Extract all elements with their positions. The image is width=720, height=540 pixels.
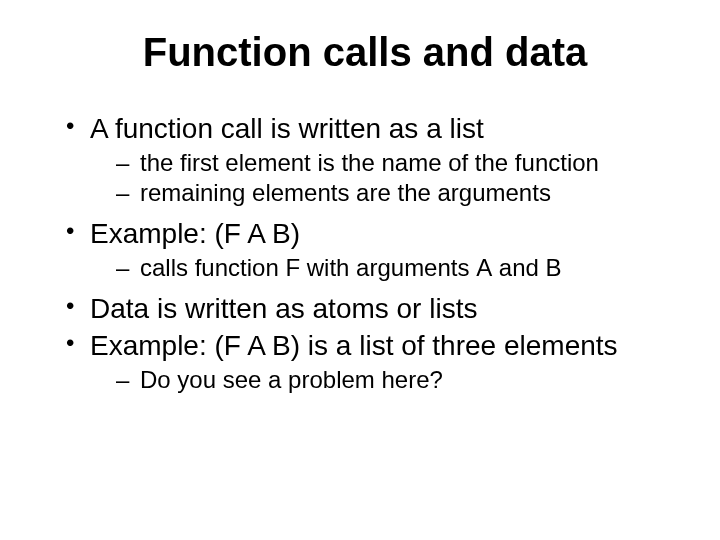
b2s1-f: B <box>546 254 562 281</box>
bullet-2-sublist: calls function F with arguments A and B <box>90 253 670 283</box>
b2s1-b: F <box>285 254 300 281</box>
bullet-4: Example: (F A B) is a list of three elem… <box>60 328 670 395</box>
bullet-1-sub-1: the first element is the name of the fun… <box>116 148 670 178</box>
b2s1-d: A <box>476 254 492 281</box>
bullet-2: Example: (F A B) calls function F with a… <box>60 216 670 283</box>
b2s1-a: calls function <box>140 254 285 281</box>
bullet-2-code: (F A B) <box>215 218 301 249</box>
bullet-3: Data is written as atoms or lists <box>60 291 670 326</box>
bullet-4-suffix: is a list of three elements <box>300 330 617 361</box>
bullet-2-sub-1: calls function F with arguments A and B <box>116 253 670 283</box>
bullet-4-prefix: Example: <box>90 330 215 361</box>
slide: Function calls and data A function call … <box>0 0 720 540</box>
bullet-2-prefix: Example: <box>90 218 215 249</box>
bullet-1-sub-2: remaining elements are the arguments <box>116 178 670 208</box>
slide-title: Function calls and data <box>60 30 670 75</box>
b2s1-c: with arguments <box>300 254 476 281</box>
bullet-1-sublist: the first element is the name of the fun… <box>90 148 670 208</box>
bullet-4-sublist: Do you see a problem here? <box>90 365 670 395</box>
bullet-list: A function call is written as a list the… <box>60 111 670 395</box>
bullet-4-sub-1: Do you see a problem here? <box>116 365 670 395</box>
b2s1-e: and <box>492 254 545 281</box>
bullet-1-text: A function call is written as a list <box>90 113 484 144</box>
bullet-1: A function call is written as a list the… <box>60 111 670 208</box>
bullet-4-code: (F A B) <box>215 330 301 361</box>
